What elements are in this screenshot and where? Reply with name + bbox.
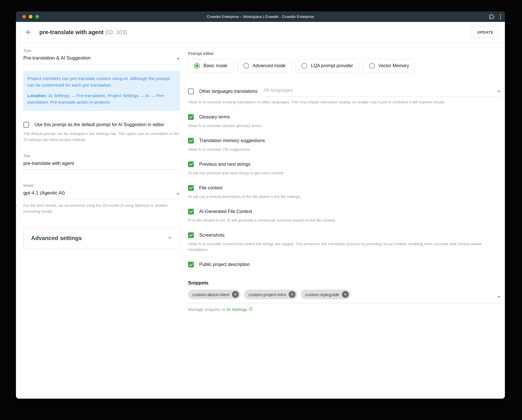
other-languages-row: Other languages translations All languag… [188,86,501,97]
checkbox-unchecked-icon[interactable] [188,89,194,94]
context-option-public-project-description: Public project description [188,262,501,267]
checkbox-checked-icon[interactable] [188,185,194,191]
context-option-row[interactable]: AI-Generated File Context [188,209,501,214]
window-controls [22,11,39,22]
context-option-row[interactable]: File context [188,185,501,191]
chevron-down-icon [497,91,500,93]
settings-right-column: Prompt editor Basic mode Advanced mode L… [188,48,501,312]
model-field: Model gpt-4.1 (Agentic AI) [23,183,180,199]
prompt-editor-option-basic-mode[interactable]: Basic mode [188,59,233,73]
other-languages-checkbox-row[interactable]: Other languages translations [188,89,258,97]
info-banner: Project members can pre-translate conten… [23,71,180,111]
radio-icon [301,63,307,69]
type-select[interactable]: Pre-translation & AI Suggestion [23,53,180,64]
default-prompt-checkbox-row[interactable]: Use this prompt as the default prompt fo… [23,122,180,128]
context-option-translation-memory-suggestions: Translation memory suggestions Allow AI … [188,138,501,153]
context-option-helper: Allow AI to consider domain glossary ter… [188,123,501,129]
external-link-icon [249,307,253,312]
info-text: Project members can pre-translate conten… [27,75,176,89]
extensions-icon[interactable] [489,14,494,19]
prompt-id: (ID: 103) [105,29,127,35]
checkbox-checked-icon[interactable] [188,138,194,144]
page-header: pre-translate with agent (ID: 103) UPDAT… [16,22,505,43]
update-button[interactable]: UPDATE [472,27,499,38]
context-option-previous-and-next-strings: Previous and next strings AI will use pr… [188,161,501,176]
checkbox-checked-icon[interactable] [188,161,194,167]
checkbox-checked-icon[interactable] [188,232,194,238]
context-option-row[interactable]: Glossary terms [188,114,501,120]
remove-chip-icon[interactable]: ✕ [232,291,239,298]
prompt-editor-option-vector-memory[interactable]: Vector Memory [363,59,415,73]
radio-icon [243,63,249,69]
remove-chip-icon[interactable]: ✕ [342,291,349,298]
type-label: Type [23,48,180,53]
languages-select[interactable]: All languages [264,86,501,97]
advanced-settings-toggle[interactable]: Advanced settings [23,228,180,249]
context-option-row[interactable]: Previous and next strings [188,161,501,167]
checkbox-unchecked-icon[interactable] [23,122,29,128]
prompt-editor-label: Prompt editor [188,51,501,56]
ai-settings-link[interactable]: AI Settings [227,307,253,312]
snippets-heading: Snippets [188,280,501,286]
chevron-down-icon [177,58,180,60]
checkbox-checked-icon[interactable] [188,114,194,120]
snippet-chip-custom-about-client: custom:about-client ✕ [188,290,240,299]
page-title: pre-translate with agent (ID: 103) [39,29,127,36]
type-field: Type Pre-translation & AI Suggestion [23,48,180,64]
context-option-glossary-terms: Glossary terms Allow AI to consider doma… [188,114,501,129]
close-window-button[interactable] [22,15,26,19]
browser-window: Crowdin Enterprise – Workspace | Crowdin… [16,11,505,399]
model-helper: For the best results, we recommend using… [23,203,180,215]
context-option-helper: If no file context is set, AI will gener… [188,218,501,224]
prompt-editor-option-advanced-mode[interactable]: Advanced mode [237,59,292,73]
checkbox-checked-icon[interactable] [188,209,194,214]
snippet-chip-custom-styleguide: custom:styleguide ✕ [301,290,350,299]
radio-icon [369,63,375,69]
prompt-editor-options: Basic mode Advanced mode LQA prompt prov… [188,59,501,73]
browser-tab-title: Crowdin Enterprise – Workspace | Crowdin… [207,15,314,19]
manage-snippets-row: Manage snippets in AI Settings [188,307,501,312]
context-option-helper: Allow AI to consider screenshots where t… [188,241,501,253]
title-input[interactable]: pre-translate with agent [23,159,180,170]
chevron-down-icon [497,296,500,298]
browser-titlebar: Crowdin Enterprise – Workspace | Crowdin… [16,11,505,22]
context-option-row[interactable]: Screenshots [188,232,501,238]
snippet-chip-custom-project-intro: custom:project-intro ✕ [244,290,297,299]
context-option-screenshots: Screenshots Allow AI to consider screens… [188,232,501,253]
context-option-helper: AI will use previous and next strings to… [188,170,501,176]
chevron-down-icon [167,235,172,241]
title-field: Title pre-translate with agent [23,154,180,170]
back-arrow-icon[interactable] [25,28,32,36]
default-prompt-helper: The default prompt can be changed in the… [23,131,180,143]
snippet-chips: custom:about-client ✕ custom:project-int… [188,290,494,299]
minimize-window-button[interactable] [29,15,32,19]
chevron-down-icon [177,193,180,195]
context-option-helper: Allow AI to consider TM suggestions. [188,147,501,153]
snippets-select[interactable]: custom:about-client ✕ custom:project-int… [188,290,501,303]
settings-left-column: Type Pre-translation & AI Suggestion Pro… [23,48,180,312]
model-select[interactable]: gpt-4.1 (Agentic AI) [23,188,180,199]
info-location-text: Location: AI Settings → Pre-translation,… [27,93,176,106]
other-languages-helper: Allow AI to consider existing translatio… [188,99,501,105]
context-option-ai-generated-file-context: AI-Generated File Context If no file con… [188,209,501,224]
context-option-helper: AI will use a textual description of the… [188,194,501,200]
model-label: Model [23,183,180,188]
radio-icon [194,63,200,69]
remove-chip-icon[interactable]: ✕ [289,291,295,298]
ai-context-options: Glossary terms Allow AI to consider doma… [188,114,501,267]
maximize-window-button[interactable] [35,15,39,19]
context-option-file-context: File context AI will use a textual descr… [188,185,501,200]
desktop-background: Crowdin Enterprise – Workspace | Crowdin… [0,0,522,420]
title-label: Title [23,154,180,158]
prompt-editor-option-lqa-prompt-provider[interactable]: LQA prompt provider [295,59,359,73]
browser-menu-icon[interactable] [500,14,501,19]
context-option-row[interactable]: Translation memory suggestions [188,138,501,144]
checkbox-checked-icon[interactable] [188,262,194,267]
context-option-row[interactable]: Public project description [188,262,501,267]
